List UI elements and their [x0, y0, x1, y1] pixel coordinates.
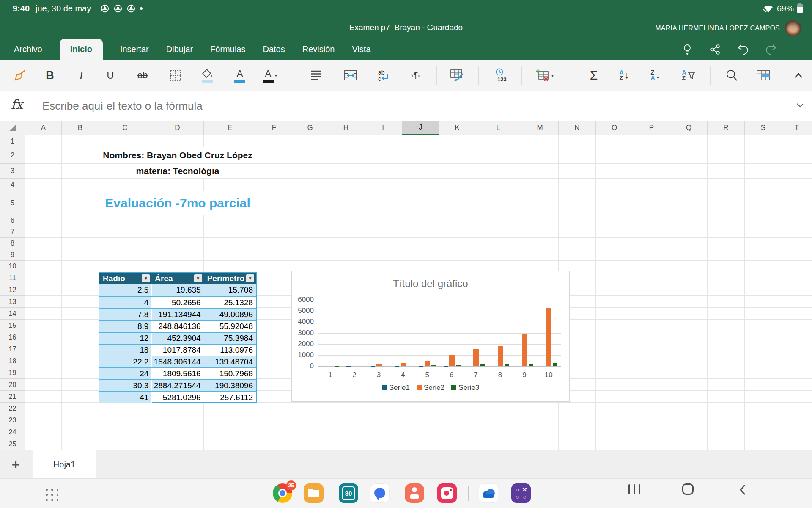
messages-app-icon[interactable] — [370, 483, 390, 503]
camera-app-icon[interactable] — [437, 483, 457, 503]
row-header-21[interactable]: 21 — [0, 391, 25, 403]
my-files-app-icon[interactable] — [304, 483, 324, 503]
tab-formulas[interactable]: Fórmulas — [210, 39, 245, 60]
format-painter-button[interactable] — [9, 64, 30, 87]
table-cell[interactable]: 113.0976 — [204, 345, 256, 356]
column-header-T[interactable]: T — [782, 121, 812, 135]
column-header-O[interactable]: O — [596, 121, 633, 135]
column-header-K[interactable]: K — [439, 121, 475, 135]
table-cell[interactable]: 139.48704 — [204, 356, 256, 367]
column-header-B[interactable]: B — [62, 121, 99, 135]
column-header-I[interactable]: I — [364, 121, 402, 135]
fill-color-button[interactable] — [197, 64, 218, 87]
table-cell[interactable]: 2884.271544 — [151, 380, 203, 391]
chrome-app-icon[interactable]: 25 — [273, 483, 292, 503]
align-button[interactable] — [305, 64, 326, 87]
row-header-7[interactable]: 7 — [0, 226, 25, 238]
formula-input[interactable]: Escribe aquí el texto o la fórmula — [42, 91, 203, 121]
row-header-13[interactable]: 13 — [0, 296, 25, 308]
share-icon[interactable] — [708, 43, 722, 56]
collapse-ribbon-button[interactable] — [788, 64, 809, 87]
underline-button[interactable]: U — [100, 64, 121, 87]
tab-revision[interactable]: Revisión — [302, 39, 335, 60]
table-cell[interactable]: 22.2 — [99, 356, 151, 367]
home-nav-button[interactable] — [682, 483, 694, 495]
table-cell[interactable]: 50.2656 — [151, 297, 203, 308]
row-header-17[interactable]: 17 — [0, 343, 25, 355]
table-cell[interactable]: 248.846136 — [151, 321, 203, 332]
table-cell[interactable]: 18 — [99, 345, 151, 356]
row-header-4[interactable]: 4 — [0, 179, 25, 191]
chart[interactable]: Título del gráfico0100020003000400050006… — [291, 271, 570, 402]
filter-dropdown-icon[interactable]: ▼ — [194, 274, 202, 282]
onedrive-app-icon[interactable] — [479, 483, 498, 503]
table-cell[interactable]: 150.7968 — [204, 368, 256, 379]
sort-descending-button[interactable]: ZA↓ — [645, 64, 666, 87]
table-header-1[interactable]: Área▼ — [151, 273, 203, 284]
data-table[interactable]: Radio▼Área▼Perímetro▼2.519.63515.708450.… — [99, 272, 257, 403]
table-cell[interactable]: 190.38096 — [204, 380, 256, 391]
column-header-A[interactable]: A — [25, 121, 62, 135]
table-cell[interactable]: 55.92048 — [204, 321, 256, 332]
column-header-N[interactable]: N — [559, 121, 596, 135]
column-header-M[interactable]: M — [521, 121, 559, 135]
row-header-9[interactable]: 9 — [0, 249, 25, 261]
table-cell[interactable]: 49.00896 — [204, 309, 256, 320]
row-header-14[interactable]: 14 — [0, 308, 25, 320]
row-header-20[interactable]: 20 — [0, 379, 25, 391]
tab-vista[interactable]: Vista — [352, 39, 370, 60]
tab-datos[interactable]: Datos — [263, 39, 285, 60]
calendar-app-icon[interactable]: 30 — [339, 483, 358, 503]
number-format-button[interactable]: 123 — [490, 64, 511, 87]
table-cell[interactable]: 41 — [99, 392, 151, 403]
table-cell[interactable]: 452.3904 — [151, 333, 203, 344]
tab-archivo[interactable]: Archivo — [14, 39, 42, 60]
borders-button[interactable] — [165, 64, 186, 87]
filter-dropdown-icon[interactable]: ▼ — [246, 274, 254, 282]
row-header-5[interactable]: 5 — [0, 191, 25, 215]
table-cell[interactable]: 12 — [99, 333, 151, 344]
merged-cell-row-2[interactable]: Nombres: Brayan Obed Cruz López — [99, 147, 256, 163]
table-cell[interactable]: 1017.8784 — [151, 345, 203, 356]
column-header-S[interactable]: S — [745, 121, 782, 135]
sheet-tab-hoja1[interactable]: Hoja1 — [33, 450, 96, 478]
table-cell[interactable]: 15.708 — [204, 284, 256, 296]
app-drawer-icon[interactable] — [44, 487, 58, 501]
sort-ascending-button[interactable]: AZ↓ — [614, 64, 635, 87]
column-header-C[interactable]: C — [99, 121, 151, 135]
ideas-button[interactable] — [680, 43, 694, 56]
row-header-16[interactable]: 16 — [0, 331, 25, 343]
column-header-H[interactable]: H — [328, 121, 364, 135]
row-header-18[interactable]: 18 — [0, 355, 25, 367]
row-header-24[interactable]: 24 — [0, 426, 25, 438]
back-nav-button[interactable] — [739, 484, 746, 497]
table-cell[interactable]: 19.635 — [151, 284, 203, 296]
add-sheet-button[interactable]: + — [8, 457, 23, 472]
table-cell[interactable]: 5281.0296 — [151, 392, 203, 403]
row-header-11[interactable]: 11 — [0, 272, 25, 284]
row-header-23[interactable]: 23 — [0, 414, 25, 426]
column-header-J[interactable]: J — [402, 121, 439, 135]
table-cell[interactable]: 8.9 — [99, 321, 151, 332]
show-marks-button[interactable]: ›¶‹ — [405, 64, 426, 87]
row-header-12[interactable]: 12 — [0, 284, 25, 296]
contacts-app-icon[interactable] — [405, 483, 424, 503]
table-cell[interactable]: 1548.306144 — [151, 356, 203, 367]
table-cell[interactable]: 191.134944 — [151, 309, 203, 320]
game-launcher-app-icon[interactable]: ○✕○○ — [511, 483, 531, 503]
column-header-R[interactable]: R — [708, 121, 745, 135]
merged-cell-row-3[interactable]: materia: Tecnológia — [99, 164, 256, 178]
column-header-F[interactable]: F — [256, 121, 292, 135]
tab-insertar[interactable]: Insertar — [120, 39, 149, 60]
font-color-options-button[interactable]: A ▾ — [259, 64, 280, 87]
formula-bar-expand-chevron-icon[interactable] — [796, 102, 804, 110]
select-all-button[interactable] — [0, 121, 25, 135]
insert-delete-cells-button[interactable]: ▾ — [534, 64, 555, 87]
row-header-22[interactable]: 22 — [0, 403, 25, 414]
table-header-2[interactable]: Perímetro▼ — [204, 273, 256, 284]
column-header-E[interactable]: E — [204, 121, 256, 135]
font-color-button[interactable]: A — [229, 64, 250, 87]
column-header-D[interactable]: D — [151, 121, 204, 135]
italic-button[interactable]: I — [71, 64, 92, 87]
column-header-P[interactable]: P — [633, 121, 670, 135]
